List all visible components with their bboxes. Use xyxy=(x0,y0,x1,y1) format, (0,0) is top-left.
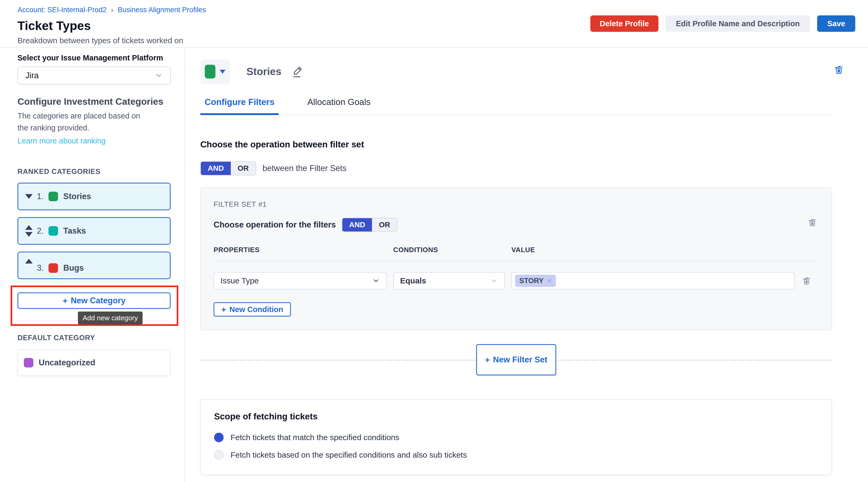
category-name: Stories xyxy=(63,192,91,201)
properties-column-header: PROPERTIES xyxy=(214,246,387,254)
tab-allocation-goals[interactable]: Allocation Goals xyxy=(303,97,375,115)
page-subtitle: Breakdown between types of tickets worke… xyxy=(18,36,868,45)
new-filter-set-button-label: New Filter Set xyxy=(493,355,548,365)
category-color-swatch xyxy=(49,226,58,236)
new-category-button-label: New Category xyxy=(71,296,126,305)
edit-profile-button[interactable]: Edit Profile Name and Description xyxy=(665,16,810,32)
scope-option-label: Fetch tickets based on the specified con… xyxy=(230,450,467,459)
caret-down-icon xyxy=(220,70,225,74)
value-multiselect-input[interactable]: STORY × xyxy=(512,272,795,290)
filter-operation-label: Choose operation for the filters xyxy=(214,220,336,230)
condition-select[interactable]: Equals xyxy=(393,272,505,290)
tab-bar: Configure Filters Allocation Goals xyxy=(200,97,832,115)
category-card-bugs[interactable]: 3. Bugs xyxy=(18,251,170,279)
filter-operation-row: Choose operation for the filters AND OR xyxy=(214,218,819,232)
value-chip: STORY × xyxy=(515,275,556,287)
category-card-tasks[interactable]: 2. Tasks xyxy=(18,217,170,245)
platform-select-value: Jira xyxy=(25,71,155,80)
move-up-down-icon[interactable] xyxy=(25,225,37,237)
move-up-icon[interactable] xyxy=(25,259,37,264)
chevron-down-icon xyxy=(372,277,380,285)
delete-filter-set-trash-icon[interactable] xyxy=(807,216,819,229)
plus-icon: + xyxy=(485,356,490,364)
category-title-row: Stories xyxy=(200,59,832,84)
plus-icon: + xyxy=(221,305,226,314)
delete-profile-button[interactable]: Delete Profile xyxy=(590,16,658,32)
configure-categories-description: The categories are placed based on the r… xyxy=(18,110,150,134)
save-button[interactable]: Save xyxy=(817,16,855,32)
default-category-card: Uncategorized xyxy=(18,350,170,376)
condition-select-value: Equals xyxy=(400,276,490,285)
value-column-header: VALUE xyxy=(512,246,795,254)
edit-pencil-icon[interactable] xyxy=(291,65,305,79)
category-rank: 2. xyxy=(37,226,44,236)
and-toggle-option[interactable]: AND xyxy=(342,218,372,232)
new-category-zone: + New Category Add new category xyxy=(18,279,170,326)
filter-column-headers: PROPERTIES CONDITIONS VALUE xyxy=(214,246,819,262)
new-condition-button-label: New Condition xyxy=(229,305,283,314)
header-actions: Delete Profile Edit Profile Name and Des… xyxy=(590,16,855,32)
scope-card: Scope of fetching tickets Fetch tickets … xyxy=(200,399,832,475)
or-toggle-option[interactable]: OR xyxy=(231,162,256,175)
category-color-picker[interactable] xyxy=(200,59,230,84)
category-name: Tasks xyxy=(63,226,86,236)
add-new-category-tooltip: Add new category xyxy=(78,311,143,325)
category-rank: 1. xyxy=(37,192,44,201)
page-header: Account: SEI-Internal-Prod2 › Business A… xyxy=(0,0,868,48)
scope-option-sub-tickets[interactable]: Fetch tickets based on the specified con… xyxy=(214,450,818,460)
category-name: Uncategorized xyxy=(39,358,95,367)
or-toggle-option[interactable]: OR xyxy=(372,218,397,232)
scope-heading: Scope of fetching tickets xyxy=(214,412,818,422)
default-category-label: DEFAULT CATEGORY xyxy=(18,334,170,342)
scope-option-label: Fetch tickets that match the specified c… xyxy=(230,433,399,442)
new-category-button[interactable]: + New Category xyxy=(18,293,170,309)
and-toggle-option[interactable]: AND xyxy=(201,162,231,175)
and-or-toggle: AND OR xyxy=(342,218,398,232)
value-chip-label: STORY xyxy=(519,277,544,285)
between-filter-sets-text: between the Filter Sets xyxy=(262,163,347,173)
radio-unselected-icon[interactable] xyxy=(214,450,224,460)
property-select[interactable]: Issue Type xyxy=(214,272,387,290)
configure-categories-heading: Configure Investment Categories xyxy=(18,96,170,107)
filter-condition-row: Issue Type Equals STORY × xyxy=(214,272,819,290)
platform-select[interactable]: Jira xyxy=(18,66,170,85)
sidebar: Select your Issue Management Platform Ji… xyxy=(0,48,185,482)
category-color-swatch xyxy=(49,192,58,201)
category-card-stories[interactable]: 1. Stories xyxy=(18,183,170,210)
category-name: Bugs xyxy=(63,263,84,273)
category-color-swatch xyxy=(49,263,58,273)
new-filter-set-button[interactable]: + New Filter Set xyxy=(476,344,556,375)
breadcrumb-section-link[interactable]: Business Alignment Profiles xyxy=(118,6,206,14)
platform-select-label: Select your Issue Management Platform xyxy=(18,54,170,62)
scope-option-match-conditions[interactable]: Fetch tickets that match the specified c… xyxy=(214,433,818,442)
breadcrumb-account-link[interactable]: Account: SEI-Internal-Prod2 xyxy=(18,6,106,14)
main-content: Stories Configure Filters Allocation Goa… xyxy=(185,48,868,482)
filter-set-operation-toggle-row: AND OR between the Filter Sets xyxy=(200,161,832,176)
chevron-down-icon xyxy=(490,277,498,285)
conditions-column-header: CONDITIONS xyxy=(393,246,505,254)
category-title: Stories xyxy=(246,66,281,78)
radio-selected-icon[interactable] xyxy=(214,433,224,442)
selected-color-swatch xyxy=(205,65,215,79)
learn-more-link[interactable]: Learn more about ranking xyxy=(18,137,105,145)
filter-set-panel: FILTER SET #1 Choose operation for the f… xyxy=(200,187,832,330)
and-or-toggle: AND OR xyxy=(200,161,256,176)
chip-remove-icon[interactable]: × xyxy=(548,276,552,285)
chevron-down-icon xyxy=(155,71,163,80)
plus-icon: + xyxy=(63,296,68,305)
new-condition-button[interactable]: + New Condition xyxy=(214,302,291,317)
property-select-value: Issue Type xyxy=(220,276,372,285)
filter-set-operation-heading: Choose the operation between filter set xyxy=(200,140,832,150)
tab-configure-filters[interactable]: Configure Filters xyxy=(200,97,279,115)
new-filter-set-zone: + New Filter Set xyxy=(200,344,832,376)
ranked-categories-label: RANKED CATEGORIES xyxy=(18,168,170,176)
breadcrumb: Account: SEI-Internal-Prod2 › Business A… xyxy=(18,5,868,14)
category-rank: 3. xyxy=(37,263,44,273)
category-color-swatch xyxy=(24,358,33,367)
move-down-icon[interactable] xyxy=(25,194,37,199)
delete-condition-trash-icon[interactable] xyxy=(801,274,813,288)
delete-category-trash-icon[interactable] xyxy=(833,63,845,77)
breadcrumb-separator-icon: › xyxy=(111,5,114,14)
filter-set-title: FILTER SET #1 xyxy=(214,201,819,209)
